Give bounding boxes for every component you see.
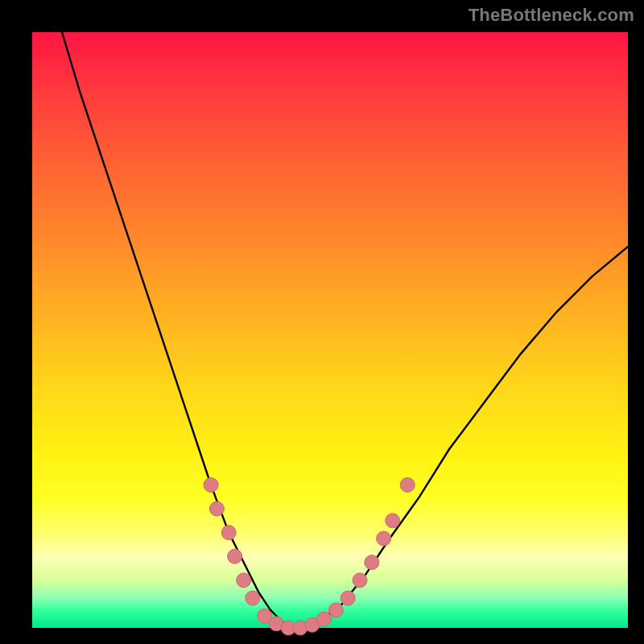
curve-marker [353,573,367,588]
attribution-text: TheBottleneck.com [469,5,634,26]
curve-marker [317,612,332,626]
curve-marker [365,555,379,570]
curve-marker [328,603,343,617]
curve-marker [237,573,251,588]
bottleneck-curve [62,32,628,628]
curve-marker [377,531,391,546]
plot-area [32,32,628,628]
curve-marker [204,477,218,492]
curve-marker [386,514,400,528]
curve-marker [221,526,236,540]
curve-marker [209,502,224,516]
bottleneck-curve-svg [32,32,628,628]
curve-marker [341,591,355,605]
curve-markers [204,477,415,635]
curve-marker [228,549,242,564]
chart-stage: TheBottleneck.com [0,0,644,644]
curve-marker [246,591,260,605]
curve-marker [400,477,415,492]
